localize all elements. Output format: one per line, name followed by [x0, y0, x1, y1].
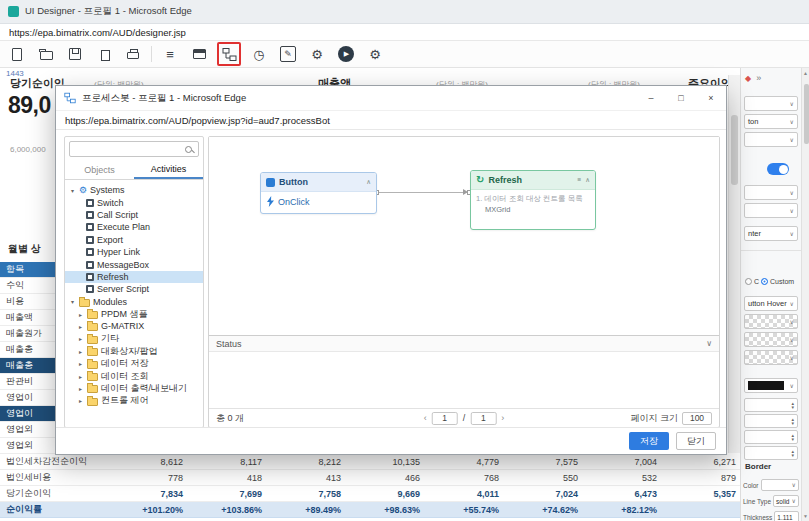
tree-folder-ppdm[interactable]: ▸PPDM 샘플 [65, 308, 203, 320]
thickness-input[interactable]: 1.111 [774, 511, 799, 521]
tab-objects[interactable]: Objects [65, 161, 134, 179]
spin-down-icon: ▾ [791, 405, 794, 409]
page-scrollbar[interactable]: ▲ ▼ [801, 68, 809, 521]
chevron-down-icon: ∨ [790, 208, 794, 214]
tree-folder-etc[interactable]: ▸기타 [65, 333, 203, 345]
search-input[interactable] [69, 141, 199, 157]
expander-closed-icon[interactable]: ▸ [77, 397, 84, 404]
address-bar[interactable]: https://epa.bimatrix.com/AUD/designer.js… [0, 24, 809, 41]
expander-closed-icon[interactable]: ▸ [77, 373, 84, 380]
tree-item-refresh[interactable]: Refresh [65, 271, 203, 283]
collapse-node-icon[interactable]: ∧ [366, 178, 371, 186]
state-select[interactable]: utton Hover∨ [744, 296, 798, 311]
expander-closed-icon[interactable]: ▸ [77, 323, 84, 330]
tree-folder-control[interactable]: ▸컨트롤 제어 [65, 395, 203, 407]
close-button[interactable]: × [696, 86, 726, 110]
refresh-node[interactable]: ↻ Refresh ≡ ∧ 1. 데이터 조회 대상 컨트롤 목록 MXGrid [470, 170, 596, 230]
scrollbar-thumb[interactable] [731, 115, 738, 185]
edit-button[interactable]: ✎ [277, 43, 299, 65]
tree-group-modules[interactable]: ▾Modules [65, 296, 203, 308]
prev-page-icon[interactable]: ‹ [424, 413, 427, 423]
content-scrollbar[interactable] [728, 75, 740, 453]
run-button[interactable]: ▶ [335, 43, 357, 65]
expander-closed-icon[interactable]: ▸ [77, 335, 84, 342]
expander-closed-icon[interactable]: ▸ [77, 348, 84, 355]
current-page-input[interactable]: 1 [432, 412, 458, 425]
tree-item-execute-plan[interactable]: Execute Plan [65, 221, 203, 233]
radio-selected-icon[interactable] [761, 278, 768, 285]
collapse-node-icon[interactable]: ∧ [585, 176, 590, 184]
close-button[interactable]: 닫기 [676, 432, 716, 450]
line-type-select[interactable]: solid∨ [773, 495, 799, 507]
radio-label: C [754, 278, 759, 285]
tree-folder-dialog-popup[interactable]: ▸대화상자/팝업 [65, 345, 203, 357]
expander-open-icon[interactable]: ▾ [69, 187, 76, 194]
chevron-down-icon[interactable]: ∨ [706, 340, 712, 348]
property-select[interactable]: ∨ [744, 203, 798, 218]
scrollbar-thumb[interactable] [804, 84, 809, 144]
tree-item-hyper-link[interactable]: Hyper Link [65, 246, 203, 258]
scroll-up-icon[interactable]: ▲ [802, 70, 809, 76]
property-select[interactable]: ∨ [744, 185, 798, 200]
flow-canvas[interactable]: Button ∧ OnClick ↻ Refresh ≡ ∧ [209, 137, 719, 335]
expander-closed-icon[interactable]: ▸ [77, 311, 84, 318]
refresh-target-control[interactable]: MXGrid [476, 204, 590, 215]
tab-activities[interactable]: Activities [134, 161, 203, 179]
tree-group-systems[interactable]: ▾⚙Systems [65, 184, 203, 196]
button-node[interactable]: Button ∧ OnClick [260, 172, 377, 214]
maximize-button[interactable]: □ [666, 86, 696, 110]
border-color-select[interactable]: ∨ [761, 479, 799, 491]
popup-address-bar[interactable]: https://epa.bimatrix.com/AUD/popview.jsp… [56, 110, 726, 130]
execute-plan-icon [86, 223, 94, 231]
tree-item-export[interactable]: Export [65, 234, 203, 246]
expander-closed-icon[interactable]: ▸ [77, 385, 84, 392]
copy-button[interactable] [93, 43, 115, 65]
color-swatch-black[interactable]: ∨ [744, 378, 798, 393]
popup-footer: 저장 닫기 [56, 427, 726, 454]
property-align-select[interactable]: nter∨ [744, 226, 798, 241]
collapse-panel-icon[interactable]: » [756, 73, 761, 83]
number-stepper[interactable]: ▴▾ [744, 414, 798, 428]
transparent-color-swatch[interactable]: ∨ [744, 332, 798, 347]
property-toggle[interactable] [767, 163, 789, 175]
expander-open-icon[interactable]: ▾ [69, 298, 76, 305]
property-select[interactable]: ∨ [744, 96, 798, 111]
radio-icon[interactable] [745, 278, 752, 285]
new-button[interactable] [6, 43, 28, 65]
status-section-header[interactable]: Status ∨ [209, 335, 719, 352]
tree-item-call-script[interactable]: Call Script [65, 209, 203, 221]
tree-folder-data-save[interactable]: ▸데이터 저장 [65, 357, 203, 369]
open-button[interactable] [35, 43, 57, 65]
expander-closed-icon[interactable]: ▸ [77, 360, 84, 367]
schedule-button[interactable]: ◷ [248, 43, 270, 65]
process-bot-button[interactable] [217, 42, 241, 66]
transparent-color-swatch[interactable]: ∨ [744, 314, 798, 329]
tree-folder-gmatrix[interactable]: ▸G-MATRIX [65, 320, 203, 332]
popup-titlebar[interactable]: 프로세스봇 - 프로필 1 - Microsoft Edge – □ × [56, 86, 726, 110]
tree-folder-data-export[interactable]: ▸데이터 출력/내보내기 [65, 382, 203, 394]
save-button[interactable] [64, 43, 86, 65]
property-select[interactable]: ∨ [744, 132, 798, 147]
section-title-monthly: 월별 상 [8, 242, 41, 256]
number-stepper[interactable]: ▴▾ [744, 398, 798, 412]
minimize-button[interactable]: – [636, 86, 666, 110]
transparent-color-swatch[interactable]: ∨ [744, 350, 798, 365]
scroll-down-icon[interactable]: ▼ [802, 513, 809, 519]
options-button[interactable]: ⚙ [364, 43, 386, 65]
number-stepper[interactable]: ▴▾ [744, 430, 798, 444]
settings-button[interactable]: ⚙ [306, 43, 328, 65]
event-label[interactable]: OnClick [278, 197, 310, 207]
tree-folder-data-query[interactable]: ▸데이터 조회 [65, 370, 203, 382]
property-field-name[interactable]: ton∨ [744, 114, 798, 129]
page-size-input[interactable]: 100 [682, 412, 712, 425]
window-button[interactable] [188, 43, 210, 65]
tree-item-messagebox[interactable]: MessageBox [65, 258, 203, 270]
print-button[interactable] [122, 43, 144, 65]
next-page-icon[interactable]: › [501, 413, 504, 423]
list-button[interactable]: ≡ [159, 43, 181, 65]
number-stepper[interactable]: ▴▾ [744, 446, 798, 460]
save-button[interactable]: 저장 [629, 432, 669, 450]
tree-item-switch[interactable]: Switch [65, 196, 203, 208]
tree-item-server-script[interactable]: Server Script [65, 283, 203, 295]
node-menu-icon[interactable]: ≡ [577, 176, 581, 184]
